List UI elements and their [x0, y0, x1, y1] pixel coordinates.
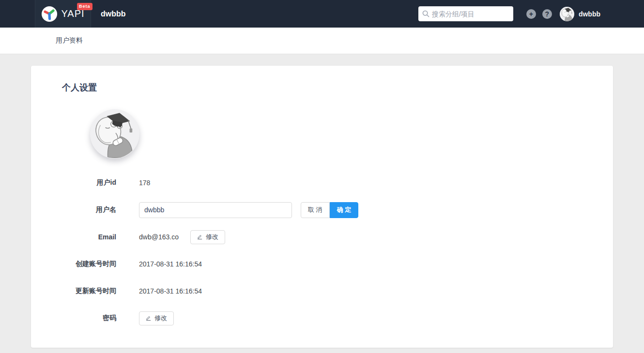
yapi-logo[interactable]: YAPI Beta: [35, 0, 91, 28]
main-content: 个人设置 用户id 178 用户名 取 消 确 定: [0, 54, 644, 353]
help-icon[interactable]: ?: [542, 9, 552, 19]
subnav-item-user-profile[interactable]: 用户资料: [56, 36, 83, 45]
navbar-username[interactable]: dwbbb: [579, 10, 600, 18]
password-edit-label: 修改: [154, 314, 167, 323]
edit-icon: [146, 315, 152, 321]
subnav: 用户资料: [0, 28, 644, 54]
confirm-button[interactable]: 确 定: [330, 202, 359, 218]
profile-card: 个人设置 用户id 178 用户名 取 消 确 定: [31, 66, 613, 348]
row-password: 密码 修改: [62, 305, 582, 332]
row-email: Email dwb@163.co 修改: [62, 223, 582, 250]
password-label: 密码: [62, 314, 116, 323]
row-created-time: 创建账号时间 2017-08-31 16:16:54: [62, 250, 582, 278]
updated-time-value: 2017-08-31 16:16:54: [139, 287, 202, 295]
email-edit-button[interactable]: 修改: [190, 230, 225, 244]
username-input[interactable]: [139, 202, 292, 218]
username-label: 用户名: [62, 206, 116, 214]
row-updated-time: 更新账号时间 2017-08-31 16:16:54: [62, 278, 582, 305]
email-label: Email: [62, 233, 116, 241]
created-time-value: 2017-08-31 16:16:54: [139, 260, 202, 268]
updated-time-label: 更新账号时间: [62, 287, 116, 295]
card-heading: 个人设置: [62, 82, 582, 94]
page-title: dwbbb: [101, 10, 126, 18]
created-time-label: 创建账号时间: [62, 260, 116, 268]
cancel-button[interactable]: 取 消: [301, 202, 330, 218]
yapi-logo-icon: [41, 6, 58, 22]
email-value: dwb@163.co: [139, 233, 179, 241]
edit-icon: [197, 234, 203, 240]
user-id-label: 用户id: [62, 178, 116, 187]
brand-wordmark: YAPI Beta: [61, 8, 84, 19]
beta-badge: Beta: [77, 3, 92, 10]
password-edit-button[interactable]: 修改: [139, 311, 174, 325]
add-project-icon[interactable]: +: [526, 9, 536, 19]
row-username: 用户名 取 消 确 定: [62, 196, 582, 223]
profile-form: 用户id 178 用户名 取 消 确 定 Email dwb@1: [62, 169, 582, 332]
search-wrap: [418, 6, 513, 21]
top-navbar: YAPI Beta dwbbb + ? dwbbb: [0, 0, 644, 28]
profile-avatar[interactable]: [90, 109, 139, 159]
navbar-right-group: + ? dwbbb: [418, 6, 600, 21]
row-user-id: 用户id 178: [62, 169, 582, 196]
user-id-value: 178: [139, 179, 150, 187]
search-input[interactable]: [418, 6, 513, 21]
email-edit-label: 修改: [206, 233, 218, 241]
username-actions: 取 消 确 定: [301, 202, 358, 218]
user-avatar[interactable]: [560, 7, 574, 21]
